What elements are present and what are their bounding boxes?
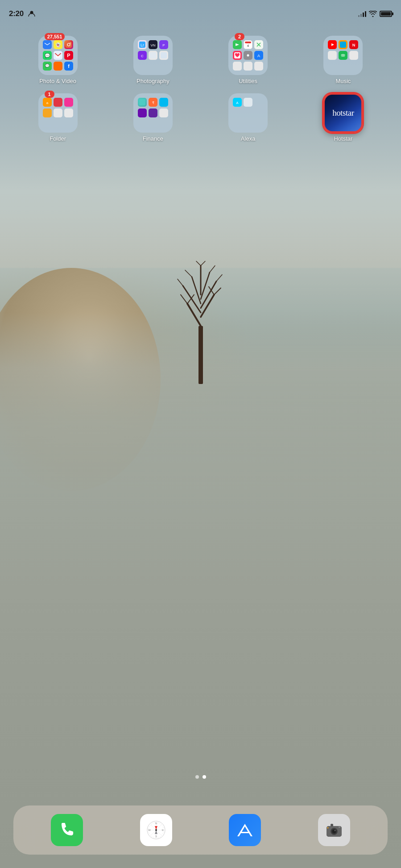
music-folder[interactable]: N Music <box>298 36 389 84</box>
utilities-folder[interactable]: 2 4 A <box>203 36 294 84</box>
mini-extra3-icon <box>254 62 263 71</box>
svg-text:P: P <box>67 53 70 58</box>
mini-appstore2-icon: A <box>254 51 263 60</box>
svg-rect-59 <box>340 42 346 48</box>
mini-vn-icon: VN <box>149 40 157 49</box>
svg-rect-44 <box>150 52 156 58</box>
mini-alexa-icon: A <box>233 98 242 107</box>
utilities-icon: 4 A <box>228 36 268 75</box>
svg-text:VN: VN <box>150 43 155 47</box>
svg-text:C: C <box>141 54 144 58</box>
svg-rect-0 <box>198 326 203 384</box>
page-dots <box>0 775 401 779</box>
mini-fin5-icon <box>149 108 157 117</box>
mini-instagram-icon <box>64 40 73 49</box>
mini-lightroom-icon: Lr <box>138 40 147 49</box>
svg-rect-66 <box>66 99 72 105</box>
mini-cam2-icon <box>159 51 168 60</box>
music-label: Music <box>335 78 351 84</box>
person-icon <box>28 10 35 17</box>
hotstar-text: hotstar <box>332 108 354 118</box>
mini-fol-e-icon <box>54 108 62 117</box>
svg-text:W: W <box>148 829 151 831</box>
svg-text:f: f <box>68 63 70 69</box>
hotstar-icon: hotstar <box>323 93 363 133</box>
safari-app[interactable]: N S E W <box>140 814 172 846</box>
mini-fin2-icon: ₹ <box>149 98 157 107</box>
svg-line-10 <box>214 288 221 295</box>
hotstar-app[interactable]: hotstar Hotstar <box>298 93 389 142</box>
mini-zomato-icon <box>54 98 62 107</box>
svg-text:A: A <box>236 101 239 105</box>
svg-text:4: 4 <box>247 44 249 48</box>
svg-text:💬: 💬 <box>45 63 50 68</box>
mini-mail-icon <box>43 40 52 49</box>
svg-line-5 <box>192 277 201 304</box>
svg-rect-65 <box>55 99 61 105</box>
mini-pinterest-icon: P <box>64 51 73 60</box>
finance-folder[interactable]: ₹ Finance <box>107 93 198 142</box>
mini-health-icon <box>233 51 242 60</box>
mini-maps-icon <box>254 40 263 49</box>
mini-meesho-icon <box>64 98 73 107</box>
mini-empty2-icon <box>349 51 358 60</box>
mini-swiggy-icon <box>54 62 62 71</box>
photography-icon: Lr VN P C <box>133 36 173 75</box>
dot-2 <box>203 775 206 779</box>
alexa-icon: A <box>228 93 268 133</box>
status-bar: 2:20 <box>0 0 401 22</box>
svg-point-99 <box>327 827 329 829</box>
camera-app[interactable] <box>318 814 350 846</box>
time-display: 2:20 <box>9 9 24 18</box>
alexa-label: Alexa <box>241 135 256 142</box>
svg-line-15 <box>210 266 215 272</box>
battery-icon <box>380 11 392 17</box>
photo-video-badge: 27,551 <box>45 33 65 40</box>
finance-label: Finance <box>143 135 163 142</box>
rocks-main <box>0 313 401 868</box>
svg-text:N: N <box>352 43 356 47</box>
svg-point-24 <box>70 43 70 44</box>
mini-alexa2-icon <box>244 98 252 107</box>
svg-text:N: N <box>155 822 157 825</box>
mini-empty-icon <box>328 51 337 60</box>
mini-calendar-icon: 4 <box>244 40 252 49</box>
svg-point-33 <box>55 63 61 69</box>
misc-folder-label: Folder <box>50 135 66 142</box>
photo-video-folder[interactable]: 27,551 👻 💬 P <box>12 36 103 84</box>
mini-gmail-icon <box>54 51 62 60</box>
mini-snapchat-icon: 👻 <box>54 40 62 49</box>
svg-text:E: E <box>162 829 164 831</box>
svg-text:👻: 👻 <box>55 42 61 48</box>
misc-folder[interactable]: 1 a Folder <box>12 93 103 142</box>
mini-prime-icon <box>339 40 347 49</box>
mini-extra2-icon <box>244 62 252 71</box>
svg-rect-22 <box>66 42 72 48</box>
mini-paytm-icon <box>159 98 168 107</box>
mini-spotify-icon <box>339 51 347 60</box>
svg-line-16 <box>196 261 201 266</box>
alexa-folder[interactable]: A Alexa <box>203 93 294 142</box>
mini-facetime-icon <box>233 40 242 49</box>
svg-rect-97 <box>331 824 333 826</box>
signal-icon <box>358 11 366 17</box>
svg-line-1 <box>187 304 201 326</box>
mini-fol-f-icon <box>64 108 73 117</box>
phone-app[interactable] <box>51 814 83 846</box>
svg-line-3 <box>183 286 201 313</box>
svg-rect-45 <box>161 52 167 58</box>
mini-youtube-icon <box>328 40 337 49</box>
app-store-app[interactable] <box>229 814 261 846</box>
svg-rect-76 <box>245 99 251 105</box>
misc-icon: a <box>38 93 78 133</box>
svg-rect-98 <box>339 826 340 828</box>
svg-point-54 <box>247 54 249 57</box>
mini-phonepe-icon <box>138 108 147 117</box>
svg-point-96 <box>335 830 336 831</box>
svg-text:a: a <box>46 101 48 105</box>
svg-rect-49 <box>245 42 251 43</box>
svg-text:A: A <box>257 54 260 58</box>
wifi-icon <box>369 11 377 17</box>
photography-folder[interactable]: Lr VN P C Photography <box>107 36 198 84</box>
svg-point-86 <box>155 829 157 831</box>
